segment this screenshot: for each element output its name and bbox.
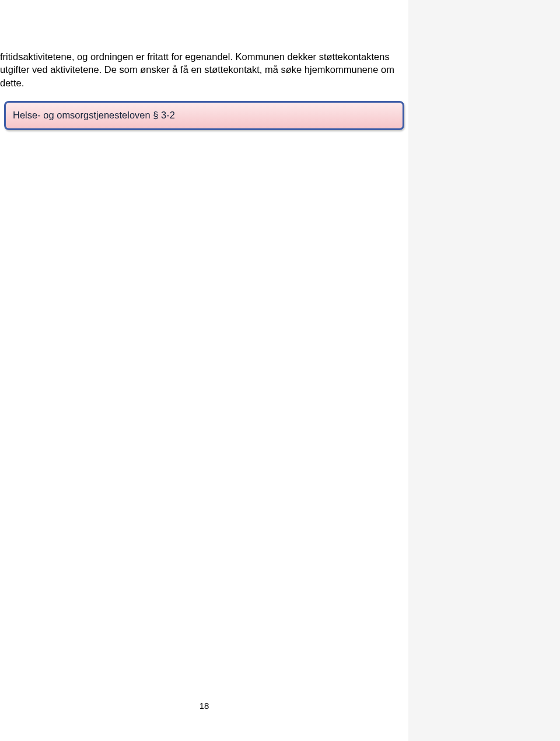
page-content: fritidsaktivitetene, og ordningen er fri… bbox=[0, 0, 408, 130]
page-number: 18 bbox=[0, 700, 408, 712]
paragraph-body: fritidsaktivitetene, og ordningen er fri… bbox=[0, 50, 408, 89]
callout-text: Helse- og omsorgstjenesteloven § 3-2 bbox=[13, 110, 175, 120]
law-reference-callout: Helse- og omsorgstjenesteloven § 3-2 bbox=[4, 101, 404, 130]
document-page: fritidsaktivitetene, og ordningen er fri… bbox=[0, 0, 408, 741]
